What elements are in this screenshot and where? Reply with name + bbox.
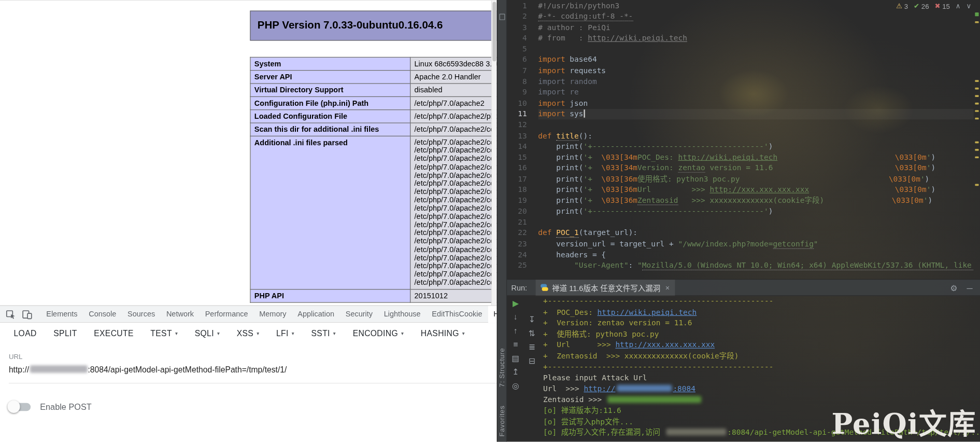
line-number[interactable]: 8 — [507, 76, 527, 87]
console-line: Please input Attack Url — [543, 372, 980, 383]
devtools-tab-lighthouse[interactable]: Lighthouse — [378, 306, 427, 323]
console-link[interactable]: http://xxx.xxx.xxx.xxx — [615, 340, 715, 349]
code-line: import re — [538, 87, 974, 98]
devtools-tab-security[interactable]: Security — [340, 306, 378, 323]
minimize-icon[interactable]: ─ — [967, 283, 972, 293]
warning-mark — [975, 80, 978, 81]
line-number[interactable]: 25 — [507, 260, 527, 271]
hackbar-button-encoding[interactable]: ENCODING▾ — [353, 328, 404, 338]
errors-badge[interactable]: ✖15 — [934, 2, 950, 10]
code-line: # author : PeiQi — [538, 22, 974, 33]
show-previous-button[interactable]: ↥ — [508, 367, 523, 377]
line-number[interactable]: 4 — [507, 33, 527, 44]
prev-problem-button[interactable]: ∧ — [956, 2, 961, 10]
up-stack-button[interactable]: ↑ — [508, 326, 523, 336]
phpinfo-row-value: Apache 2.0 Handler — [410, 71, 497, 84]
editor-gutter[interactable]: 1234567891011121314151617181920212223242… — [507, 1, 531, 271]
console-line: + Version: zentao version = 11.6 — [543, 318, 980, 329]
code-editor[interactable]: 1234567891011121314151617181920212223242… — [507, 0, 980, 279]
line-number[interactable]: 19 — [507, 196, 527, 206]
stripe-button-favorites[interactable]: Favorites — [498, 405, 505, 436]
browser-scrollbar-thumb[interactable] — [492, 2, 496, 62]
hackbar-button-load[interactable]: LOAD — [14, 328, 37, 338]
screen: PHP Version 7.0.33-0ubuntu0.16.04.6 Syst… — [0, 0, 980, 441]
line-number[interactable]: 9 — [507, 87, 527, 98]
down-stack-button[interactable]: ↓ — [508, 312, 523, 322]
console-link[interactable]: :8084 — [673, 384, 695, 393]
chevron-down-icon: ▾ — [217, 330, 220, 336]
hackbar-button-xss[interactable]: XSS▾ — [237, 328, 260, 338]
line-number[interactable]: 16 — [507, 163, 527, 174]
stripe-button-7-structure[interactable]: 7: Structure — [498, 348, 505, 388]
warning-mark — [975, 88, 978, 89]
clear-console-button[interactable]: ⊟ — [525, 356, 539, 366]
line-number[interactable]: 5 — [507, 44, 527, 55]
next-problem-button[interactable]: ∨ — [966, 2, 971, 10]
devtools-tab-sources[interactable]: Sources — [122, 306, 161, 323]
devtools-tab-hackbar[interactable]: HackBar — [488, 306, 496, 323]
hackbar-button-hashing[interactable]: HASHING▾ — [421, 328, 465, 338]
line-number[interactable]: 10 — [507, 98, 527, 109]
device-toolbar-icon[interactable] — [22, 309, 33, 320]
hackbar-button-lfi[interactable]: LFI▾ — [276, 328, 294, 338]
warning-mark — [975, 118, 978, 119]
hackbar-button-ssti[interactable]: SSTI▾ — [311, 328, 336, 338]
settings-gear-icon[interactable]: ⚙ — [950, 283, 957, 293]
rerun-button[interactable]: ▶ — [508, 298, 523, 308]
run-tab[interactable]: 禅道 11.6版本 任意文件写入漏洞 × — [536, 279, 675, 295]
line-number[interactable]: 14 — [507, 141, 527, 152]
console-line: + Zentaosid >>> xxxxxxxxxxxxxx(cookie字段) — [543, 351, 980, 362]
line-number[interactable]: 20 — [507, 206, 527, 217]
line-number[interactable]: 3 — [507, 22, 527, 33]
hackbar-button-execute[interactable]: EXECUTE — [94, 328, 134, 338]
devtools-tab-console[interactable]: Console — [83, 306, 122, 323]
close-icon[interactable]: × — [665, 283, 670, 292]
soft-wrap-button[interactable]: ⇅ — [525, 328, 539, 338]
lines-button[interactable]: ≣ — [525, 342, 539, 352]
enable-post-toggle[interactable] — [7, 400, 32, 413]
devtools-tab-application[interactable]: Application — [292, 306, 340, 323]
devtools-tab-network[interactable]: Network — [161, 306, 200, 323]
hackbar-button-test[interactable]: TEST▾ — [150, 328, 178, 338]
line-number[interactable]: 21 — [507, 217, 527, 228]
line-number[interactable]: 2 — [507, 11, 527, 22]
line-number[interactable]: 11 — [507, 109, 527, 120]
devtools-tab-memory[interactable]: Memory — [253, 306, 292, 323]
tool-window-icon[interactable] — [500, 14, 505, 20]
hackbar-button-sqli[interactable]: SQLI▾ — [195, 328, 220, 338]
line-number[interactable]: 13 — [507, 131, 527, 142]
devtools-tab-performance[interactable]: Performance — [200, 306, 254, 323]
line-number[interactable]: 12 — [507, 120, 527, 131]
line-number[interactable]: 17 — [507, 174, 527, 185]
line-number[interactable]: 7 — [507, 65, 527, 76]
line-number[interactable]: 15 — [507, 152, 527, 163]
error-stripe[interactable] — [974, 0, 979, 279]
console-link[interactable]: http://wiki.peiqi.tech — [598, 308, 697, 316]
help-button[interactable]: ◎ — [508, 381, 523, 391]
pin-tab-button[interactable]: ▤ — [508, 353, 523, 363]
checks-badge[interactable]: ✔26 — [914, 2, 929, 10]
line-number[interactable]: 22 — [507, 228, 527, 239]
devtools-tab-elements[interactable]: Elements — [40, 306, 83, 323]
devtools-tab-editthiscookie[interactable]: EditThisCookie — [426, 306, 488, 323]
url-input[interactable]: http://:8084/api-getModel-api-getMethod-… — [9, 365, 497, 374]
ini-file-path: /etc/php/7.0/apache2/conf.d/ — [415, 204, 497, 213]
scroll-to-end-button[interactable]: ↧ — [525, 315, 539, 325]
console-link[interactable]: http:// — [584, 384, 615, 393]
line-number[interactable]: 23 — [507, 239, 527, 250]
line-number[interactable]: 24 — [507, 250, 527, 260]
restore-layout-button[interactable]: ≡ — [508, 340, 523, 350]
hackbar-button-split[interactable]: SPLIT — [53, 328, 77, 338]
code-line: print('+ \033[36m使用格式: python3 poc.py \0… — [538, 174, 974, 185]
inspect-icon[interactable] — [6, 309, 17, 320]
toggle-knob[interactable] — [7, 400, 20, 413]
line-number[interactable]: 1 — [507, 1, 527, 11]
line-number[interactable]: 6 — [507, 55, 527, 66]
editor-code[interactable]: #!/usr/bin/python3#-*- coding:utf-8 -*-#… — [538, 1, 974, 271]
devtools-tabs: ElementsConsoleSourcesNetworkPerformance… — [40, 306, 496, 323]
phpinfo-row: Additional .ini files parsed/etc/php/7.0… — [250, 136, 497, 289]
phpinfo-row-label: Additional .ini files parsed — [250, 136, 410, 289]
warnings-badge[interactable]: ⚠3 — [896, 2, 908, 10]
browser-scrollbar[interactable] — [491, 1, 497, 305]
line-number[interactable]: 18 — [507, 185, 527, 196]
